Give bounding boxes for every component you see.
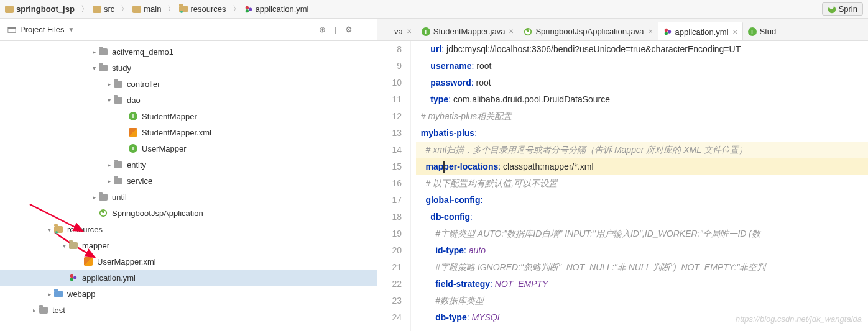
project-tree[interactable]: ▸activemq_demo1▾study▸controller▾daoIStu…: [0, 41, 377, 331]
expand-arrow-icon[interactable]: ▸: [104, 81, 113, 88]
breadcrumb-item[interactable]: springboot_jsp: [5, 4, 75, 14]
hide-button[interactable]: —: [361, 25, 369, 34]
tab-springbootjspapplication-java[interactable]: SpringbootJspApplication.java✕: [519, 22, 657, 40]
folder-icon: [132, 6, 141, 13]
close-icon[interactable]: ✕: [648, 28, 653, 35]
breadcrumb-item[interactable]: application.yml: [244, 4, 309, 14]
code-line[interactable]: #字段策略 IGNORED:"忽略判断" NOT_NULL:"非 NULL 判断…: [416, 259, 868, 276]
code-line[interactable]: password: root: [416, 75, 868, 91]
tree-node-study[interactable]: ▾study: [0, 60, 377, 76]
close-icon[interactable]: ✕: [509, 28, 514, 35]
breadcrumb-item[interactable]: src: [93, 4, 114, 14]
tree-node-studentmapper-xml[interactable]: StudentMapper.xml: [0, 124, 377, 140]
tree-node-controller[interactable]: ▸controller: [0, 76, 377, 92]
line-number: 9: [377, 58, 402, 75]
tree-node-label: mapper: [82, 241, 109, 250]
sidebar-tools: ⊕ | ⚙ —: [319, 25, 369, 34]
tab-label: StudentMapper.java: [433, 27, 506, 36]
code-content[interactable]: url: jdbc:mysql://localhost:3306/bendi?u…: [411, 41, 868, 331]
code-line[interactable]: global-config:: [416, 192, 868, 209]
svg-point-11: [668, 30, 671, 33]
tree-node-activemq-demo1[interactable]: ▸activemq_demo1: [0, 43, 377, 60]
line-number: 13: [377, 125, 402, 142]
expand-arrow-icon[interactable]: ▸: [45, 291, 53, 297]
tree-node-webapp[interactable]: ▸webapp: [0, 286, 377, 302]
tree-node-usermapper-xml[interactable]: UserMapper.xml: [0, 253, 377, 270]
line-number: 11: [377, 91, 402, 108]
line-number: 17: [377, 192, 402, 209]
code-line[interactable]: field-strategy: NOT_EMPTY: [416, 276, 868, 292]
line-number: 24: [377, 309, 402, 326]
folder-icon: [113, 176, 123, 186]
none-icon: [382, 27, 391, 36]
tab-stud[interactable]: IStud: [743, 22, 782, 40]
line-number: 15: [377, 158, 402, 175]
breadcrumb-item[interactable]: resources: [179, 4, 226, 14]
line-number: 12: [377, 108, 402, 125]
folder-icon: [5, 6, 14, 13]
code-line[interactable]: type: com.alibaba.druid.pool.DruidDataSo…: [416, 91, 868, 108]
code-line[interactable]: # 以下配置均有默认值,可以不设置: [416, 175, 868, 192]
tree-node-entity[interactable]: ▸entity: [0, 156, 377, 173]
expand-arrow-icon[interactable]: ▾: [104, 97, 113, 104]
expand-arrow-icon[interactable]: ▾: [45, 226, 53, 233]
line-gutter: 89101112131415161718192021222324: [377, 41, 411, 331]
project-files-dropdown[interactable]: Project Files ▼: [7, 25, 74, 34]
breadcrumb-item[interactable]: main: [132, 4, 161, 14]
expand-arrow-icon[interactable]: ▸: [104, 161, 113, 168]
line-number: 16: [377, 175, 402, 192]
tree-node-dao[interactable]: ▾dao: [0, 92, 377, 108]
settings-button[interactable]: ⚙: [345, 25, 353, 34]
expand-arrow-icon[interactable]: ▸: [90, 194, 98, 201]
locate-button[interactable]: ⊕: [319, 25, 326, 34]
spring-button[interactable]: Sprin: [822, 2, 863, 16]
spring-class-icon: [98, 208, 108, 218]
chevron-right-icon: 〉: [167, 4, 175, 15]
close-icon[interactable]: ✕: [407, 28, 412, 35]
project-icon: [7, 25, 16, 34]
code-editor[interactable]: 89101112131415161718192021222324 url: jd…: [377, 41, 868, 331]
line-number: 10: [377, 75, 402, 91]
tree-node-springbootjspapplication[interactable]: SpringbootJspApplication: [0, 205, 377, 221]
code-line[interactable]: db-config:: [416, 209, 868, 225]
tree-node-until[interactable]: ▸until: [0, 189, 377, 205]
tree-node-resources[interactable]: ▾resources: [0, 221, 377, 237]
folder-icon: [39, 305, 48, 315]
svg-point-1: [249, 7, 252, 11]
folder-icon: [93, 6, 101, 13]
tab-application-yml[interactable]: application.yml✕: [658, 22, 743, 40]
tree-node-label: application.yml: [82, 273, 136, 283]
line-number: 23: [377, 292, 402, 309]
code-line[interactable]: username: root: [416, 58, 868, 75]
close-icon[interactable]: ✕: [732, 29, 737, 35]
folder-web-icon: [53, 289, 63, 299]
tree-node-application-yml[interactable]: application.yml: [0, 270, 377, 286]
tab-va[interactable]: va✕: [377, 22, 417, 40]
code-line[interactable]: # xml扫描，多个目录用逗号或者分号分隔（告诉 Mapper 所对应的 XML…: [416, 142, 868, 158]
expand-arrow-icon[interactable]: ▸: [104, 178, 113, 184]
code-line[interactable]: mapper-locations: classpath:mapper/*.xml: [416, 158, 868, 175]
svg-point-2: [245, 9, 248, 12]
tab-label: va: [394, 27, 403, 36]
expand-arrow-icon[interactable]: ▸: [30, 307, 39, 314]
folder-icon: [113, 79, 123, 89]
tree-node-studentmapper[interactable]: IStudentMapper: [0, 108, 377, 124]
code-line[interactable]: id-type: auto: [416, 242, 868, 259]
code-line[interactable]: #主键类型 AUTO:"数据库ID自增" INPUT:"用户输入ID",ID_W…: [416, 225, 868, 242]
tree-node-test[interactable]: ▸test: [0, 302, 377, 318]
tree-node-mapper[interactable]: ▾mapper: [0, 237, 377, 253]
folder-icon: [113, 160, 123, 170]
code-line[interactable]: # mybatis-plus相关配置: [416, 108, 868, 125]
expand-arrow-icon[interactable]: ▾: [60, 242, 68, 249]
expand-arrow-icon[interactable]: ▸: [90, 48, 98, 55]
expand-arrow-icon[interactable]: ▾: [90, 65, 98, 71]
folder-icon: [113, 95, 123, 105]
tree-node-usermapper[interactable]: IUserMapper: [0, 140, 377, 156]
tab-studentmapper-java[interactable]: IStudentMapper.java✕: [417, 22, 519, 40]
tree-node-service[interactable]: ▸service: [0, 173, 377, 189]
line-number: 8: [377, 41, 402, 58]
code-line[interactable]: mybatis-plus:: [416, 125, 868, 142]
code-line[interactable]: url: jdbc:mysql://localhost:3306/bendi?u…: [416, 41, 868, 58]
sidebar-header: Project Files ▼ ⊕ | ⚙ —: [0, 19, 377, 41]
code-line[interactable]: #数据库类型: [416, 292, 868, 309]
